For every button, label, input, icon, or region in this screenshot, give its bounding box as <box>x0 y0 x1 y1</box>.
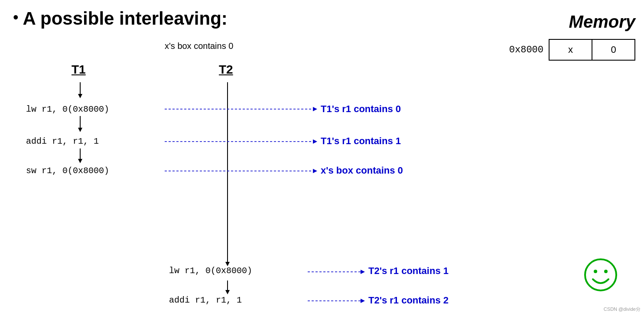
xbox-label: x's box contains 0 <box>165 41 233 51</box>
annot-t1-addi: T1's r1 contains 1 <box>321 135 401 147</box>
t1-header: T1 <box>72 63 86 77</box>
page-container: • A possible interleaving: Memory x's bo… <box>0 0 644 316</box>
t1-sw: sw r1, 0(0x8000) <box>26 166 109 176</box>
svg-marker-22 <box>361 299 365 303</box>
memory-section: 0x8000 x 0 <box>509 39 635 61</box>
svg-point-27 <box>604 270 608 273</box>
t2-lw: lw r1, 0(0x8000) <box>169 266 252 276</box>
svg-marker-18 <box>313 169 317 173</box>
svg-marker-20 <box>361 270 365 274</box>
title-row: • A possible interleaving: <box>13 9 631 29</box>
annot-t1-lw: T1's r1 contains 0 <box>321 103 401 115</box>
smiley-icon <box>583 258 618 292</box>
svg-point-26 <box>594 270 597 273</box>
svg-marker-3 <box>78 128 82 132</box>
main-title: A possible interleaving: <box>23 9 228 29</box>
annot-t2-lw: T2's r1 contains 1 <box>368 265 449 277</box>
t1-lw: lw r1, 0(0x8000) <box>26 104 109 114</box>
annot-t1-sw: x's box contains 0 <box>321 165 403 176</box>
memory-address: 0x8000 <box>509 45 543 55</box>
bullet: • <box>13 9 19 26</box>
memory-box-name: x <box>550 40 592 60</box>
t2-header: T2 <box>219 63 233 77</box>
svg-marker-14 <box>313 107 317 111</box>
svg-point-25 <box>585 259 616 290</box>
svg-marker-10 <box>225 290 230 294</box>
t1-addi: addi r1, r1, 1 <box>26 136 99 146</box>
annot-t2-addi: T2's r1 contains 2 <box>368 295 449 306</box>
svg-marker-5 <box>78 159 82 163</box>
svg-marker-1 <box>78 94 82 98</box>
watermark: CSDN @divide分 <box>604 306 641 313</box>
memory-box-value: 0 <box>592 44 634 55</box>
t2-addi: addi r1, r1, 1 <box>169 295 242 305</box>
svg-marker-16 <box>313 139 317 144</box>
memory-label: Memory <box>569 12 635 32</box>
memory-box: x 0 <box>549 39 635 61</box>
